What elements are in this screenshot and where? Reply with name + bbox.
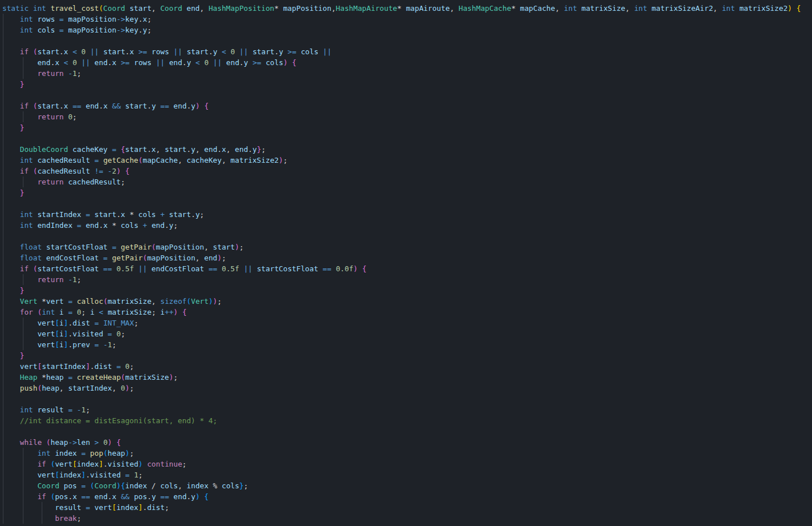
- code-line[interactable]: DoubleCoord cacheKey = {start.x, start.y…: [2, 144, 801, 155]
- code-line[interactable]: return cachedResult;: [2, 176, 801, 187]
- code-line[interactable]: vert[i].visited = 0;: [2, 328, 801, 339]
- code-line[interactable]: break;: [2, 513, 801, 524]
- code-token: visited: [107, 460, 138, 468]
- code-line[interactable]: while (heap->len > 0) {: [2, 437, 801, 448]
- code-token: i: [59, 330, 64, 338]
- code-token: ==: [323, 264, 331, 273]
- code-token: =: [68, 405, 73, 414]
- code-line[interactable]: //int distance = distEsagoni(start, end)…: [2, 415, 801, 426]
- code-line[interactable]: int index = pop(heap);: [2, 448, 801, 459]
- code-token: .: [239, 58, 244, 67]
- code-line[interactable]: }: [2, 285, 801, 296]
- code-line[interactable]: }: [2, 79, 801, 90]
- code-line[interactable]: push(heap, startIndex, 0);: [2, 383, 801, 394]
- code-token: [42, 254, 46, 262]
- code-line[interactable]: if (startCostFloat == 0.5f || endCostFlo…: [2, 263, 801, 274]
- code-token: [: [55, 340, 59, 349]
- code-token: [55, 308, 59, 316]
- code-token: [: [112, 503, 117, 512]
- code-token: [2, 188, 20, 197]
- code-line[interactable]: vert[index].visited = 1;: [2, 469, 801, 480]
- code-line[interactable]: vert[i].dist = INT_MAX;: [2, 318, 801, 328]
- code-line[interactable]: vert[i].prev = -1;: [2, 339, 801, 350]
- code-line[interactable]: }: [2, 187, 801, 198]
- code-line[interactable]: [2, 133, 801, 144]
- code-token: int: [20, 210, 33, 219]
- code-line[interactable]: float startCostFloat = getPair(mapPositi…: [2, 242, 801, 252]
- code-line[interactable]: if (vert[index].visited) continue;: [2, 459, 801, 469]
- code-line[interactable]: if (start.x == end.x && start.y == end.y…: [2, 101, 801, 111]
- code-line[interactable]: int rows = mapPosition->key.x;: [2, 14, 801, 25]
- code-token: return: [37, 113, 63, 121]
- code-line[interactable]: int endIndex = end.x * cols + end.y;: [2, 220, 801, 231]
- code-line[interactable]: int cols = mapPosition->key.y;: [2, 25, 801, 35]
- code-line[interactable]: }: [2, 350, 801, 361]
- code-line[interactable]: vert[startIndex].dist = 0;: [2, 361, 801, 372]
- code-token: 1: [73, 275, 77, 284]
- code-token: {: [182, 308, 187, 316]
- code-token: .: [147, 145, 151, 154]
- code-line[interactable]: if (start.x < 0 || start.x >= rows || st…: [2, 46, 801, 57]
- code-line[interactable]: if (cachedResult != -2) {: [2, 166, 801, 176]
- code-token: [147, 221, 151, 230]
- code-token: [2, 460, 37, 468]
- code-line[interactable]: int cachedResult = getCache(mapCache, ca…: [2, 155, 801, 166]
- code-line[interactable]: return 0;: [2, 111, 801, 122]
- code-line[interactable]: [2, 231, 801, 242]
- code-line[interactable]: end.x < 0 || end.x >= rows || end.y < 0 …: [2, 57, 801, 68]
- code-token: [2, 384, 20, 392]
- code-line[interactable]: return -1;: [2, 68, 801, 79]
- code-line[interactable]: static int travel_cost(Coord start, Coor…: [2, 3, 801, 14]
- code-token: dist: [147, 503, 165, 512]
- code-line[interactable]: if (pos.x == end.x && pos.y == end.y) {: [2, 491, 801, 502]
- code-line[interactable]: for (int i = 0; i < matrixSize; i++) {: [2, 307, 801, 318]
- code-area[interactable]: static int travel_cost(Coord start, Coor…: [0, 0, 801, 524]
- code-line[interactable]: Coord pos = (Coord){index / cols, index …: [2, 480, 801, 491]
- code-token: break: [55, 514, 77, 523]
- code-line[interactable]: int result = -1;: [2, 404, 801, 415]
- code-token: [99, 319, 103, 327]
- code-token: endCostFloat: [151, 264, 204, 273]
- code-token: [735, 4, 739, 13]
- code-token: rows: [151, 47, 169, 56]
- code-token: ;: [138, 471, 143, 479]
- code-line[interactable]: [2, 35, 801, 46]
- code-token: ): [195, 492, 200, 501]
- code-line[interactable]: Vert *vert = calloc(matrixSize, sizeof(V…: [2, 296, 801, 307]
- code-token: result: [37, 405, 63, 414]
- code-token: =: [68, 297, 73, 306]
- code-token: heap: [46, 373, 64, 382]
- code-token: (: [37, 308, 42, 316]
- code-token: len: [77, 438, 90, 447]
- code-token: }: [20, 123, 25, 132]
- code-line[interactable]: [2, 198, 801, 209]
- code-line[interactable]: }: [2, 122, 801, 133]
- code-token: rows: [37, 15, 55, 23]
- code-token: ;: [261, 145, 266, 154]
- code-token: *: [274, 4, 283, 13]
- code-line[interactable]: return -1;: [2, 274, 801, 285]
- code-token: ,: [555, 4, 563, 13]
- code-line[interactable]: int startIndex = start.x * cols + start.…: [2, 209, 801, 220]
- code-token: {: [125, 167, 130, 175]
- code-token: [107, 102, 112, 110]
- code-line[interactable]: float endCostFloat = getPair(mapPosition…: [2, 252, 801, 263]
- code-token: cols: [138, 210, 156, 219]
- code-token: {: [292, 58, 297, 67]
- code-token: [107, 254, 112, 262]
- code-token: [235, 47, 239, 56]
- code-token: end: [226, 58, 239, 67]
- code-token: ,: [112, 384, 121, 392]
- code-line[interactable]: [2, 426, 801, 437]
- code-token: *: [397, 4, 406, 13]
- code-token: ==: [103, 264, 112, 273]
- code-line[interactable]: result = vert[index].dist;: [2, 502, 801, 513]
- code-token: [577, 4, 582, 13]
- code-line[interactable]: [2, 90, 801, 101]
- code-line[interactable]: [2, 394, 801, 404]
- code-line[interactable]: Heap *heap = createHeap(matrixSize);: [2, 372, 801, 383]
- code-token: ,: [151, 297, 160, 306]
- code-token: [99, 47, 103, 56]
- code-token: [2, 123, 20, 132]
- code-token: int: [20, 26, 33, 34]
